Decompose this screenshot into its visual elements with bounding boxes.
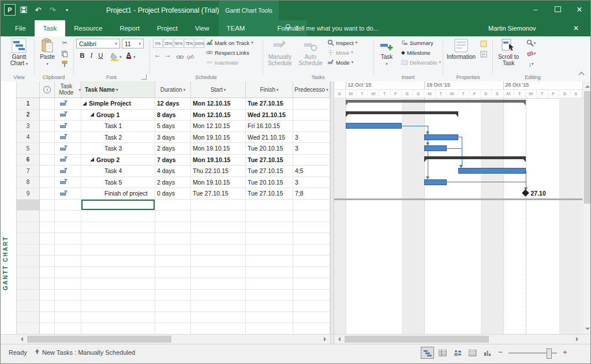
cell-mode[interactable]	[55, 267, 81, 279]
timescale-week-cell[interactable]: 19 Oct '15	[424, 81, 503, 89]
cell-pred[interactable]: 7;8	[293, 188, 330, 200]
font-size-select[interactable]: 11▾	[122, 39, 144, 48]
cell-duration[interactable]	[155, 256, 191, 267]
cell-mode[interactable]	[55, 121, 81, 132]
cell-num[interactable]	[17, 211, 40, 222]
gantt-chart-view-button[interactable]: Gantt Chart ▾	[6, 37, 32, 73]
complete-100-percent-button[interactable]: 100%	[194, 39, 204, 48]
summary-bar[interactable]	[346, 100, 526, 103]
timescale-day-cell[interactable]: W	[368, 90, 380, 98]
cell-mode[interactable]	[55, 143, 81, 155]
cell-name[interactable]: Finiah of project	[81, 188, 155, 200]
cell-num[interactable]: 6	[17, 155, 40, 166]
tab-resource[interactable]: Resource	[65, 20, 111, 36]
cell-mode[interactable]	[55, 323, 81, 334]
italic-button[interactable]: I	[87, 52, 96, 59]
cell-duration[interactable]: 5 days	[155, 121, 191, 132]
cell-start[interactable]	[191, 200, 246, 211]
cell-pred[interactable]: 3	[293, 143, 330, 155]
task-bar[interactable]	[458, 168, 526, 174]
cell-mode[interactable]	[55, 278, 81, 290]
cell-pred[interactable]	[293, 256, 330, 267]
mark-on-track-button[interactable]: Mark on Track▾	[206, 38, 253, 47]
timescale-day-cell[interactable]: S	[559, 90, 571, 98]
cell-info[interactable]	[40, 166, 55, 177]
cell-info[interactable]	[40, 222, 55, 234]
timescale-day-cell[interactable]: W	[526, 90, 537, 98]
cell-duration[interactable]	[155, 222, 191, 234]
cell-info[interactable]	[40, 143, 55, 155]
cell-pred[interactable]: 3	[293, 132, 330, 144]
cell-start[interactable]	[191, 301, 246, 312]
cell-start[interactable]: Mon 19.10.15	[191, 155, 246, 166]
cell-duration[interactable]	[155, 233, 191, 245]
cell-name[interactable]: Task 2	[81, 132, 155, 144]
cell-info[interactable]	[40, 290, 55, 301]
cell-num[interactable]: 9	[17, 188, 40, 200]
column-header-info[interactable]: i	[40, 81, 55, 97]
view-team-planner-button[interactable]	[451, 347, 464, 359]
maximize-icon[interactable]	[547, 1, 568, 18]
cell-pred[interactable]	[293, 110, 330, 121]
cell-start[interactable]	[191, 278, 246, 290]
cell-num[interactable]	[17, 267, 40, 279]
cell-num[interactable]	[17, 222, 40, 234]
cell-name[interactable]: Group 1	[81, 110, 155, 121]
cell-finish[interactable]	[246, 290, 293, 301]
column-header-pred[interactable]: Predecesso▾	[293, 81, 330, 97]
cell-start[interactable]	[191, 267, 246, 279]
cell-mode[interactable]	[55, 233, 81, 245]
fill-down-icon[interactable]: ↓▾	[526, 59, 536, 69]
cell-info[interactable]	[40, 245, 55, 256]
cell-duration[interactable]: 4 days	[155, 166, 191, 177]
cell-name[interactable]	[81, 256, 155, 267]
selected-cell[interactable]	[81, 200, 155, 211]
zoom-out-button[interactable]: −	[497, 348, 504, 357]
tab-view[interactable]: View	[186, 20, 218, 36]
save-icon[interactable]	[17, 3, 30, 16]
cell-name[interactable]: Task 1	[81, 121, 155, 132]
cell-duration[interactable]	[155, 301, 191, 312]
cell-info[interactable]	[40, 155, 55, 166]
table-scroll-left-icon[interactable]	[17, 335, 26, 344]
cell-start[interactable]: Tue 27.10.15	[191, 188, 246, 200]
font-family-select[interactable]: Calibri▾	[76, 39, 120, 48]
cell-finish[interactable]: Fri 16.10.15	[246, 121, 293, 132]
cell-num[interactable]: 4	[17, 132, 40, 144]
vertical-scrollbar-thumb[interactable]	[584, 91, 590, 204]
cell-duration[interactable]: 2 days	[155, 177, 191, 189]
cell-info[interactable]	[40, 177, 55, 189]
cell-start[interactable]: Mon 12.10.15	[191, 121, 246, 132]
cell-name[interactable]: Task 5	[81, 177, 155, 189]
column-header-name[interactable]: Task Name▾	[81, 81, 155, 97]
cell-mode[interactable]	[55, 155, 81, 166]
cell-duration[interactable]	[155, 290, 191, 301]
cell-name[interactable]: Group 2	[81, 155, 155, 166]
cell-mode[interactable]	[55, 166, 81, 177]
close-icon[interactable]: ✕	[568, 1, 590, 18]
cell-finish[interactable]	[246, 245, 293, 256]
timescale-day-cell[interactable]: M	[424, 90, 436, 98]
task-bar[interactable]	[424, 134, 458, 140]
cell-finish[interactable]: Tue 27.10.15	[246, 188, 293, 200]
cell-duration[interactable]	[155, 312, 191, 324]
cell-num[interactable]	[17, 200, 40, 211]
timescale-week-cell[interactable]: 26 Oct '15	[503, 81, 582, 89]
cell-finish[interactable]	[246, 200, 293, 211]
cell-pred[interactable]	[293, 301, 330, 312]
cell-pred[interactable]	[293, 312, 330, 324]
timescale-day-cell[interactable]: S	[334, 90, 346, 98]
cell-mode[interactable]	[55, 312, 81, 324]
cell-duration[interactable]	[155, 267, 191, 279]
cell-info[interactable]	[40, 267, 55, 279]
cell-duration[interactable]: 12 days	[155, 98, 191, 110]
cell-name[interactable]	[81, 222, 155, 234]
cell-num[interactable]	[17, 233, 40, 245]
view-gantt-button[interactable]	[421, 347, 434, 359]
link-tasks-icon[interactable]	[176, 52, 184, 62]
cell-info[interactable]	[40, 233, 55, 245]
inactivate-button[interactable]: Inactivate	[206, 58, 238, 67]
account-name[interactable]: Martin Siemonov	[488, 20, 536, 36]
cell-mode[interactable]	[55, 98, 81, 110]
cell-num[interactable]	[17, 290, 40, 301]
